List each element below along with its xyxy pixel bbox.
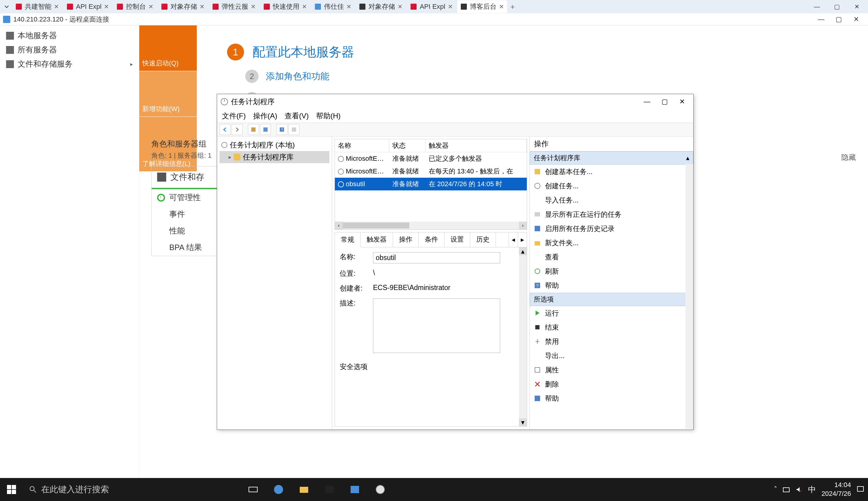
close-icon[interactable]: ✕	[499, 3, 504, 10]
tree-library[interactable]: ▸ 任务计划程序库	[219, 151, 329, 163]
actions-scrollbar[interactable]	[685, 164, 693, 429]
close-icon[interactable]: ✕	[200, 3, 205, 10]
toolbar-btn-1[interactable]	[248, 124, 259, 135]
scroll-right-icon[interactable]: ›	[519, 222, 527, 230]
taskbar-app-explorer[interactable]	[292, 478, 316, 501]
tab-settings[interactable]: 设置	[444, 233, 470, 247]
action-group-library[interactable]: 任务计划程序库 ▴	[530, 151, 693, 165]
close-icon[interactable]: ✕	[251, 3, 256, 10]
close-icon[interactable]: ✕	[302, 3, 307, 10]
back-button[interactable]	[219, 124, 231, 135]
close-icon[interactable]: ✕	[54, 3, 59, 10]
browser-tab-9[interactable]: 博客后台✕	[457, 0, 507, 13]
action-enable-history[interactable]: 启用所有任务历史记录	[530, 222, 693, 236]
task-description-textarea[interactable]	[373, 298, 500, 353]
collapse-icon[interactable]: ▴	[686, 154, 689, 162]
close-icon[interactable]: ✕	[448, 3, 453, 10]
new-tab-button[interactable]: ＋	[508, 2, 517, 11]
scroll-left-icon[interactable]: ‹	[335, 222, 343, 230]
browser-tab-8[interactable]: API Expl✕	[407, 1, 456, 12]
tab-triggers[interactable]: 触发器	[361, 233, 393, 247]
tray-up-icon[interactable]: ˄	[774, 486, 777, 493]
task-scheduler-titlebar[interactable]: 任务计划程序 — ▢ ✕	[217, 94, 693, 109]
vertical-scrollbar[interactable]: ▴ ▾	[519, 247, 527, 426]
col-status[interactable]: 状态	[389, 139, 426, 152]
col-name[interactable]: 名称	[335, 139, 389, 152]
scroll-up-icon[interactable]: ▴	[519, 247, 527, 255]
tab-nav-left[interactable]: ◂	[508, 233, 518, 247]
browser-tab-6[interactable]: 伟仕佳✕	[311, 0, 354, 13]
tab-nav-right[interactable]: ▸	[518, 233, 527, 247]
rdp-minimize-button[interactable]: —	[812, 14, 830, 25]
action-import-task[interactable]: 导入任务...	[530, 193, 693, 207]
action-run[interactable]: 运行	[530, 306, 693, 320]
menu-view[interactable]: 查看(V)	[285, 111, 309, 121]
maximize-button[interactable]: ▢	[657, 96, 672, 108]
notifications-icon[interactable]	[857, 486, 864, 493]
expand-icon[interactable]: ▸	[228, 154, 231, 160]
browser-tab-3[interactable]: 对象存储✕	[158, 0, 208, 13]
maximize-button[interactable]: ▢	[828, 1, 846, 12]
menu-file[interactable]: 文件(F)	[222, 111, 246, 121]
scroll-down-icon[interactable]: ▾	[519, 418, 527, 426]
horizontal-scrollbar[interactable]: ‹ ›	[335, 222, 527, 230]
taskbar-app-taskview[interactable]	[241, 478, 265, 501]
taskbar-app-edge[interactable]	[266, 478, 291, 501]
browser-tab-0[interactable]: 共建智能✕	[12, 0, 62, 13]
forward-button[interactable]	[232, 124, 243, 135]
close-button[interactable]: ✕	[848, 1, 866, 12]
browser-tab-7[interactable]: 对象存储✕	[356, 0, 406, 13]
rdp-maximize-button[interactable]: ▢	[830, 14, 847, 25]
action-group-selected[interactable]: 所选项 ▴	[530, 293, 693, 306]
minimize-button[interactable]: —	[640, 96, 655, 108]
toolbar-btn-4[interactable]	[289, 124, 299, 135]
tab-history[interactable]: 历史	[470, 233, 496, 247]
tray-clock[interactable]: 14:04 2024/7/26	[821, 481, 851, 498]
ime-indicator[interactable]: 中	[808, 484, 816, 495]
scroll-thumb[interactable]	[343, 223, 409, 228]
action-refresh[interactable]: 刷新	[530, 264, 693, 278]
task-row-1[interactable]: MicrosoftEd... 准备就绪 在每天的 13:40 - 触发后，在	[335, 165, 527, 178]
action-create-task[interactable]: 创建任务...	[530, 179, 693, 193]
menu-help[interactable]: 帮助(H)	[316, 111, 341, 121]
rdp-close-button[interactable]: ✕	[847, 14, 865, 25]
action-create-basic-task[interactable]: 创建基本任务...	[530, 165, 693, 179]
taskbar-app-server-manager[interactable]	[343, 478, 367, 501]
help-toolbar-button[interactable]: ?	[276, 124, 287, 135]
action-end[interactable]: 结束	[530, 320, 693, 334]
action-new-folder[interactable]: 新文件夹...	[530, 236, 693, 250]
start-button[interactable]	[0, 478, 23, 501]
taskbar-search[interactable]: 在此键入进行搜索	[23, 478, 235, 501]
close-button[interactable]: ✕	[675, 96, 690, 108]
action-properties[interactable]: 属性	[530, 363, 693, 377]
task-row-0[interactable]: MicrosoftEd... 准备就绪 已定义多个触发器	[335, 152, 527, 165]
task-row-2[interactable]: obsutil 准备就绪 在 2024/7/26 的 14:05 时	[335, 178, 527, 190]
hide-link[interactable]: 隐藏	[842, 152, 856, 162]
link-add-roles[interactable]: 2 添加角色和功能	[245, 70, 856, 83]
heading-text[interactable]: 配置此本地服务器	[253, 44, 354, 61]
menu-action[interactable]: 操作(A)	[253, 111, 277, 121]
tab-conditions[interactable]: 条件	[419, 233, 444, 247]
close-icon[interactable]: ✕	[148, 3, 153, 10]
sidebar-item-all[interactable]: 所有服务器	[0, 43, 139, 57]
tabs-dropdown-icon[interactable]	[2, 2, 11, 11]
close-icon[interactable]: ✕	[104, 3, 109, 10]
taskbar-app-cmd[interactable]	[317, 478, 342, 501]
task-name-input[interactable]: obsutil	[373, 252, 500, 263]
browser-tab-2[interactable]: 控制台✕	[113, 0, 157, 13]
browser-tab-1[interactable]: API Expl✕	[63, 1, 112, 12]
tree-root[interactable]: 任务计划程序 (本地)	[219, 139, 329, 151]
action-view[interactable]: 查看▸	[530, 250, 693, 264]
minimize-button[interactable]: —	[808, 1, 826, 12]
browser-tab-5[interactable]: 快速使用✕	[260, 0, 310, 13]
action-disable[interactable]: 禁用	[530, 334, 693, 349]
col-trigger[interactable]: 触发器	[426, 139, 527, 152]
action-show-running[interactable]: 显示所有正在运行的任务	[530, 207, 693, 222]
close-icon[interactable]: ✕	[346, 3, 352, 10]
action-help[interactable]: ?帮助	[530, 278, 693, 293]
browser-tab-4[interactable]: 弹性云服✕	[209, 0, 259, 13]
sidebar-item-storage[interactable]: 文件和存储服务	[0, 57, 139, 71]
close-icon[interactable]: ✕	[397, 3, 403, 10]
sidebar-item-local[interactable]: 本地服务器	[0, 29, 139, 43]
taskbar-app-task-scheduler[interactable]	[368, 478, 392, 501]
